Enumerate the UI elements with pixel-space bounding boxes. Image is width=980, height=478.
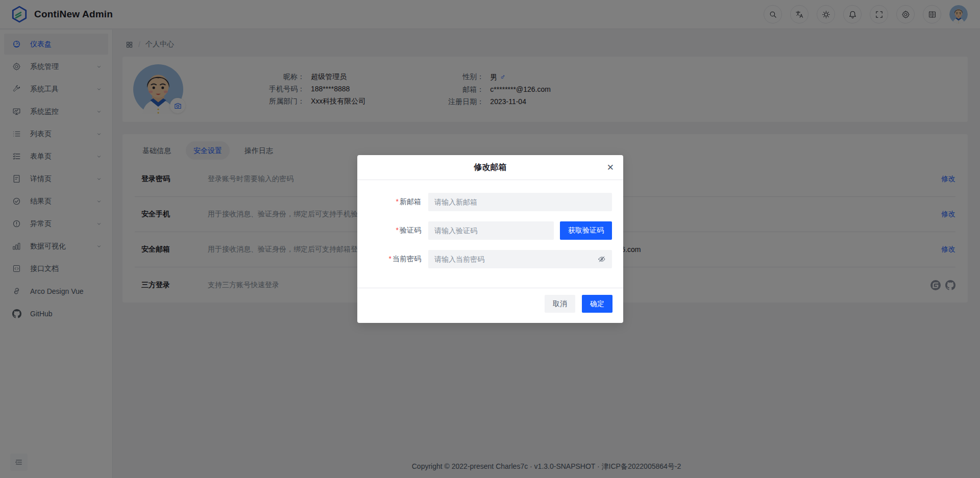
current-password-label: *当前密码	[369, 255, 421, 264]
modal-footer: 取消 确定	[357, 288, 623, 323]
cancel-button[interactable]: 取消	[545, 295, 575, 313]
get-captcha-button[interactable]: 获取验证码	[560, 221, 612, 240]
toggle-password-visibility-button[interactable]	[598, 255, 606, 263]
eye-invisible-icon	[598, 255, 606, 263]
modal-title: 修改邮箱	[474, 162, 507, 173]
current-password-field-row: *当前密码	[369, 250, 612, 268]
close-icon[interactable]: ✕	[607, 155, 614, 180]
new-email-label: *新邮箱	[369, 197, 421, 207]
required-asterisk: *	[396, 197, 399, 206]
modal-header: 修改邮箱 ✕	[357, 155, 623, 180]
captcha-field-row: *验证码 获取验证码	[369, 221, 612, 240]
new-email-input-wrap	[428, 193, 612, 211]
modify-email-modal: 修改邮箱 ✕ *新邮箱 *验证码 获取验证码 *当前密码 取消 确定	[357, 155, 623, 323]
required-asterisk: *	[396, 226, 399, 234]
new-email-input[interactable]	[434, 198, 606, 206]
captcha-label: *验证码	[369, 226, 421, 235]
current-password-input-wrap	[428, 250, 612, 268]
new-email-field-row: *新邮箱	[369, 193, 612, 211]
captcha-input-wrap	[428, 221, 554, 240]
captcha-input[interactable]	[434, 227, 548, 235]
confirm-button[interactable]: 确定	[582, 295, 612, 313]
required-asterisk: *	[389, 255, 391, 263]
modal-body: *新邮箱 *验证码 获取验证码 *当前密码	[357, 180, 623, 288]
current-password-input[interactable]	[434, 255, 598, 263]
